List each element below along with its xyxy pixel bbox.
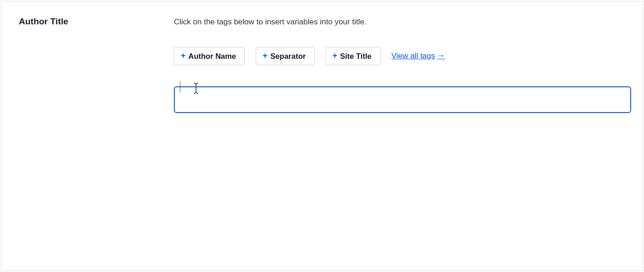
tag-button-author-name[interactable]: + Author Name	[174, 47, 245, 65]
section-label-col: Author Title	[19, 17, 68, 27]
tag-button-site-title[interactable]: + Site Title	[326, 47, 380, 65]
settings-panel: Author Title Click on the tags below to …	[1, 1, 643, 271]
hint-text: Click on the tags below to insert variab…	[174, 17, 631, 28]
section-content: Click on the tags below to insert variab…	[174, 17, 631, 113]
tag-button-label: Author Name	[189, 52, 236, 60]
plus-icon: +	[333, 51, 338, 60]
tag-button-separator[interactable]: + Separator	[256, 47, 315, 65]
tag-button-label: Separator	[270, 52, 306, 60]
title-input-wrap	[174, 86, 631, 113]
tag-button-row: + Author Name + Separator + Site Title V…	[174, 47, 631, 65]
plus-icon: +	[181, 51, 186, 60]
author-title-input[interactable]	[174, 86, 631, 113]
tag-button-label: Site Title	[340, 52, 371, 60]
plus-icon: +	[263, 51, 268, 60]
section-label-author-title: Author Title	[19, 17, 68, 27]
view-all-tags-label: View all tags	[391, 51, 435, 61]
text-caret	[180, 81, 180, 92]
arrow-right-icon: →	[437, 51, 445, 61]
view-all-tags-link[interactable]: View all tags →	[391, 51, 445, 61]
